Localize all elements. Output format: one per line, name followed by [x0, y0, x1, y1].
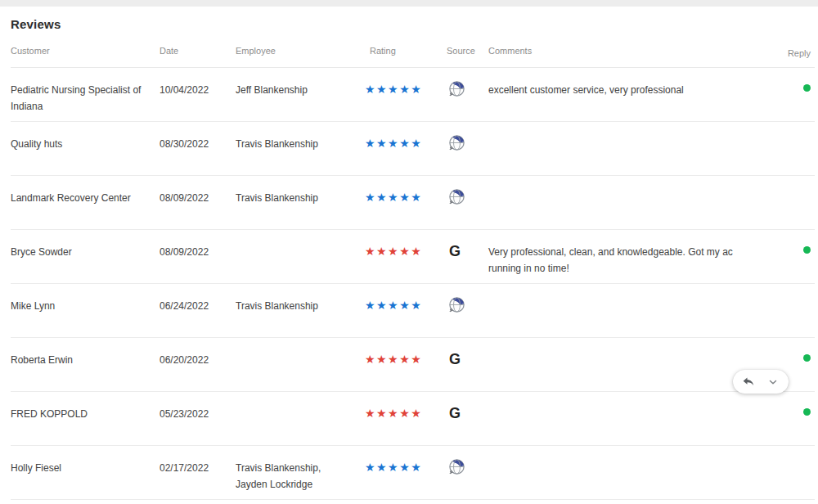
- rating-cell: ★★★★★: [365, 244, 447, 260]
- replied-indicator-dot: [803, 354, 811, 362]
- replied-indicator-dot: [803, 84, 811, 92]
- employee-name: Travis Blankenship: [236, 136, 318, 152]
- column-header-employee: Employee: [236, 46, 365, 56]
- rating-cell: ★★★★★: [365, 352, 447, 368]
- column-header-source: Source: [447, 46, 488, 56]
- comment-cell: [488, 298, 779, 314]
- star-rating: ★★★★★: [365, 353, 422, 366]
- customer-name: Pediatric Nursing Specialist of Indiana: [11, 82, 146, 115]
- column-header-rating: Rating: [365, 46, 447, 56]
- table-row[interactable]: Roberta Erwin 06/20/2022 ★★★★★ G: [11, 338, 815, 392]
- review-date: 08/09/2022: [160, 190, 236, 206]
- employee-cell: Travis Blankenship: [236, 190, 365, 206]
- source-cell: G: [447, 352, 488, 367]
- star-rating: ★★★★★: [365, 137, 422, 150]
- column-header-customer: Customer: [11, 46, 160, 56]
- employee-name: Travis Blankenship, Jayden Lockridge: [236, 460, 346, 493]
- source-cell: G: [447, 190, 488, 207]
- comment-cell: Very professional, clean, and knowledgea…: [488, 244, 779, 277]
- review-date: 02/17/2022: [160, 460, 236, 476]
- customer-name: Holly Fiesel: [11, 460, 61, 476]
- star-rating: ★★★★★: [365, 83, 422, 96]
- employee-name: Jeff Blankenship: [236, 82, 308, 98]
- column-header-comments: Comments: [488, 46, 779, 56]
- customer-cell: Bryce Sowder: [11, 244, 160, 260]
- table-row[interactable]: Landmark Recovery Center 08/09/2022 Trav…: [11, 176, 815, 230]
- reply-cell: [779, 82, 815, 92]
- review-date: 05/23/2022: [160, 406, 236, 422]
- comment-cell: [488, 460, 779, 476]
- comment-cell: [488, 190, 779, 206]
- table-row[interactable]: Pediatric Nursing Specialist of Indiana …: [11, 68, 815, 122]
- top-bar: [0, 0, 818, 7]
- reply-cell: [779, 352, 815, 362]
- rating-cell: ★★★★★: [365, 190, 447, 206]
- customer-cell: Pediatric Nursing Specialist of Indiana: [11, 82, 160, 115]
- customer-name: Roberta Erwin: [11, 352, 73, 368]
- customer-name: Mike Lynn: [11, 298, 55, 314]
- table-row[interactable]: Holly Fiesel 02/17/2022 Travis Blankensh…: [11, 446, 815, 500]
- replied-indicator-dot: [803, 408, 811, 416]
- rating-cell: ★★★★★: [365, 136, 447, 152]
- employee-cell: [236, 352, 365, 368]
- star-rating: ★★★★★: [365, 191, 422, 204]
- customer-cell: Roberta Erwin: [11, 352, 160, 368]
- employee-name: Travis Blankenship: [236, 298, 318, 314]
- customer-name: Bryce Sowder: [11, 244, 72, 260]
- column-header-reply: Reply: [779, 46, 815, 58]
- reply-cell: [779, 460, 815, 470]
- web-source-icon: [447, 457, 466, 477]
- web-source-icon: [447, 133, 466, 153]
- customer-name: Quality huts: [11, 136, 62, 152]
- reply-cell: [779, 190, 815, 200]
- employee-cell: Travis Blankenship: [236, 298, 365, 314]
- reply-arrow-icon: [741, 375, 756, 389]
- review-date: 08/09/2022: [160, 244, 236, 260]
- reply-cell: [779, 298, 815, 308]
- review-date: 06/24/2022: [160, 298, 236, 314]
- table-row[interactable]: FRED KOPPOLD 05/23/2022 ★★★★★ G: [11, 392, 815, 446]
- rating-cell: ★★★★★: [365, 460, 447, 476]
- google-source-icon: G: [447, 352, 488, 367]
- table-row[interactable]: Bryce Sowder 08/09/2022 ★★★★★ G Very pro…: [11, 230, 815, 284]
- reply-cell: [779, 136, 815, 146]
- review-date: 06/20/2022: [160, 352, 236, 368]
- star-rating: ★★★★★: [365, 299, 422, 312]
- review-comment: excellent customer service, very profess…: [488, 82, 684, 98]
- source-cell: G: [447, 136, 488, 153]
- reply-action-pill[interactable]: [733, 370, 789, 394]
- web-source-icon: [447, 295, 466, 315]
- page-title: Reviews: [11, 17, 815, 31]
- rating-cell: ★★★★★: [365, 82, 447, 98]
- reply-button[interactable]: [739, 372, 758, 392]
- google-source-icon: G: [447, 406, 488, 421]
- rating-cell: ★★★★★: [365, 406, 447, 422]
- table-row[interactable]: Mike Lynn 06/24/2022 Travis Blankenship …: [11, 284, 815, 338]
- employee-cell: [236, 244, 365, 260]
- table-row[interactable]: Quality huts 08/30/2022 Travis Blankensh…: [11, 122, 815, 176]
- column-header-date: Date: [160, 46, 236, 56]
- reply-cell: [779, 244, 815, 254]
- customer-cell: Quality huts: [11, 136, 160, 152]
- comment-cell: excellent customer service, very profess…: [488, 82, 779, 98]
- chevron-down-icon: [767, 376, 779, 388]
- customer-cell: Landmark Recovery Center: [11, 190, 160, 206]
- comment-cell: [488, 136, 779, 152]
- customer-name: FRED KOPPOLD: [11, 406, 88, 422]
- employee-cell: Travis Blankenship, Jayden Lockridge: [236, 460, 365, 493]
- comment-cell: [488, 406, 779, 422]
- employee-cell: [236, 406, 365, 422]
- employee-cell: Travis Blankenship: [236, 136, 365, 152]
- source-cell: G: [447, 244, 488, 259]
- customer-name: Landmark Recovery Center: [11, 190, 131, 206]
- star-rating: ★★★★★: [365, 245, 422, 258]
- comment-cell: [488, 352, 779, 368]
- web-source-icon: [447, 79, 466, 99]
- customer-cell: Holly Fiesel: [11, 460, 160, 476]
- star-rating: ★★★★★: [365, 461, 422, 474]
- employee-cell: Jeff Blankenship: [236, 82, 365, 98]
- employee-name: Travis Blankenship: [236, 190, 318, 206]
- expand-reply-button[interactable]: [763, 372, 783, 392]
- star-rating: ★★★★★: [365, 407, 422, 420]
- table-header-row: Customer Date Employee Rating Source Com…: [11, 46, 815, 68]
